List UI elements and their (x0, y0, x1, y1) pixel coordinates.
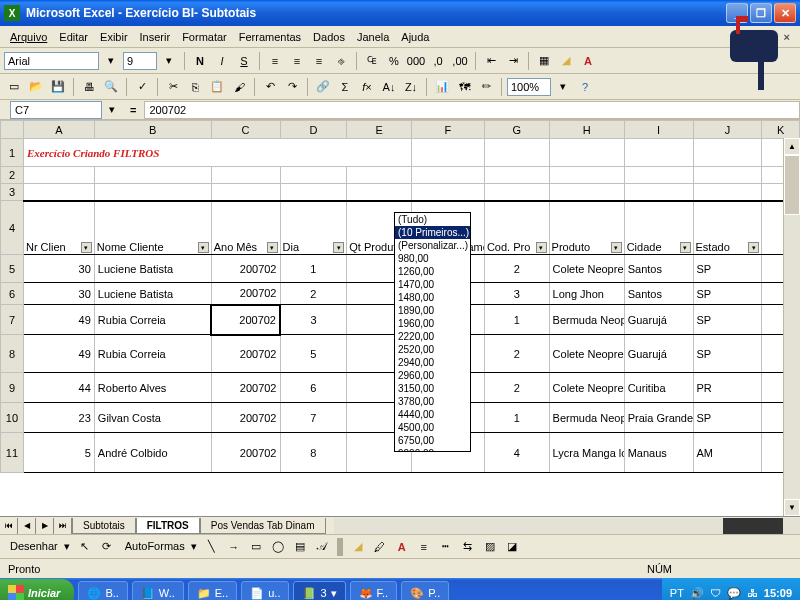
cut-button[interactable]: ✂ (163, 77, 183, 97)
filter-drop-g[interactable]: ▾ (536, 242, 547, 253)
scroll-down-icon[interactable]: ▼ (784, 499, 800, 516)
font-name-select[interactable]: Arial (4, 52, 99, 70)
scroll-thumb[interactable] (784, 155, 800, 215)
autoshapes-menu[interactable]: AutoFormas ▾ (119, 540, 200, 553)
tab-nav-next[interactable]: ▶ (36, 518, 54, 534)
rectangle-icon[interactable]: ▭ (246, 537, 266, 557)
paste-button[interactable]: 📋 (207, 77, 227, 97)
redo-button[interactable]: ↷ (282, 77, 302, 97)
draw-menu[interactable]: Desenhar ▾ (4, 540, 73, 553)
select-arrow-icon[interactable]: ↖ (75, 537, 95, 557)
filter-option[interactable]: 4440,00 (395, 408, 470, 421)
help-button[interactable]: ? (575, 77, 595, 97)
dec-indent-button[interactable]: ⇤ (481, 51, 501, 71)
filter-option[interactable]: 2960,00 (395, 369, 470, 382)
tray-icon[interactable]: 🔊 (690, 587, 704, 600)
font-color-button[interactable]: A (578, 51, 598, 71)
line-color-icon[interactable]: 🖊 (370, 537, 390, 557)
oval-icon[interactable]: ◯ (268, 537, 288, 557)
lang-indicator[interactable]: PT (670, 587, 684, 599)
dash-style-icon[interactable]: ┅ (436, 537, 456, 557)
filter-option[interactable]: 3150,00 (395, 382, 470, 395)
spreadsheet[interactable]: ABC DEFG HIJK 1 Exercício Criando FILTRO… (0, 120, 800, 516)
tab-filtros[interactable]: FILTROS (136, 518, 200, 534)
name-box[interactable]: C7 (10, 101, 102, 119)
menu-data[interactable]: Dados (307, 29, 351, 45)
filter-drop-c[interactable]: ▾ (267, 242, 278, 253)
format-painter-button[interactable]: 🖌 (229, 77, 249, 97)
copy-button[interactable]: ⎘ (185, 77, 205, 97)
inc-decimal-button[interactable]: ,0 (428, 51, 448, 71)
taskbar-item[interactable]: 📁 E.. (188, 581, 237, 600)
column-headers[interactable]: ABC DEFG HIJK (1, 121, 800, 139)
filter-option[interactable]: 1960,00 (395, 317, 470, 330)
taskbar-item[interactable]: 🦊 F.. (350, 581, 398, 600)
vertical-scrollbar[interactable]: ▲ ▼ (783, 138, 800, 516)
filter-option[interactable]: 1260,00 (395, 265, 470, 278)
merge-button[interactable]: ⎆ (331, 51, 351, 71)
menu-help[interactable]: Ajuda (395, 29, 435, 45)
fill-color-button[interactable]: ◢ (556, 51, 576, 71)
filter-option[interactable]: 2520,00 (395, 343, 470, 356)
tab-nav-first[interactable]: ⏮ (0, 518, 18, 534)
filter-option[interactable]: 6750,00 (395, 434, 470, 447)
tab-subtotais[interactable]: Subtotais (72, 518, 136, 534)
rotate-icon[interactable]: ⟳ (97, 537, 117, 557)
maximize-button[interactable]: ❐ (750, 3, 772, 23)
filter-dropdown-valor[interactable]: (Tudo)(10 Primeiros...)(Personalizar...)… (394, 212, 471, 452)
spell-button[interactable]: ✓ (132, 77, 152, 97)
arrow-icon[interactable]: → (224, 537, 244, 557)
scroll-up-icon[interactable]: ▲ (784, 138, 800, 155)
taskbar-item[interactable]: 📘 W.. (132, 581, 184, 600)
filter-drop-h[interactable]: ▾ (611, 242, 622, 253)
tab-nav-last[interactable]: ⏭ (54, 518, 72, 534)
save-button[interactable]: 💾 (48, 77, 68, 97)
fill-color-icon[interactable]: ◢ (348, 537, 368, 557)
taskbar-item[interactable]: 📄 u.. (241, 581, 289, 600)
chart-button[interactable]: 📊 (432, 77, 452, 97)
tab-posvendas[interactable]: Pos Vendas Tab Dinam (200, 518, 326, 534)
filter-option[interactable]: 3780,00 (395, 395, 470, 408)
hyperlink-button[interactable]: 🔗 (313, 77, 333, 97)
taskbar-item[interactable]: 🌐 B.. (78, 581, 127, 600)
arrow-style-icon[interactable]: ⇆ (458, 537, 478, 557)
map-button[interactable]: 🗺 (454, 77, 474, 97)
row-header[interactable]: 1 (1, 139, 24, 167)
filter-option[interactable]: 1890,00 (395, 304, 470, 317)
filter-option[interactable]: 4500,00 (395, 421, 470, 434)
tray-icon[interactable]: 🛡 (710, 587, 721, 599)
filter-drop-d[interactable]: ▾ (333, 242, 344, 253)
textbox-icon[interactable]: ▤ (290, 537, 310, 557)
taskbar-item[interactable]: 🎨 P.. (401, 581, 449, 600)
menu-format[interactable]: Formatar (176, 29, 233, 45)
undo-button[interactable]: ↶ (260, 77, 280, 97)
menu-insert[interactable]: Inserir (134, 29, 177, 45)
taskbar-item[interactable]: 📗 3 ▾ (293, 581, 345, 600)
formula-input[interactable]: 200702 (144, 101, 800, 119)
align-right-button[interactable]: ≡ (309, 51, 329, 71)
sort-asc-button[interactable]: A↓ (379, 77, 399, 97)
align-left-button[interactable]: ≡ (265, 51, 285, 71)
menu-tools[interactable]: Ferramentas (233, 29, 307, 45)
h-scroll-thumb[interactable] (723, 518, 783, 534)
align-center-button[interactable]: ≡ (287, 51, 307, 71)
bold-button[interactable]: N (190, 51, 210, 71)
system-tray[interactable]: PT 🔊 🛡 💬 🖧 15:09 (662, 578, 800, 600)
filter-drop-a[interactable]: ▾ (81, 242, 92, 253)
clock[interactable]: 15:09 (764, 587, 792, 599)
percent-button[interactable]: % (384, 51, 404, 71)
filter-drop-i[interactable]: ▾ (680, 242, 691, 253)
currency-button[interactable]: ₠ (362, 51, 382, 71)
filter-option[interactable]: 1480,00 (395, 291, 470, 304)
tab-nav-prev[interactable]: ◀ (18, 518, 36, 534)
dec-decimal-button[interactable]: ,00 (450, 51, 470, 71)
shadow-icon[interactable]: ▨ (480, 537, 500, 557)
font-color-icon[interactable]: A (392, 537, 412, 557)
open-button[interactable]: 📂 (26, 77, 46, 97)
autosum-button[interactable]: Σ (335, 77, 355, 97)
function-button[interactable]: f× (357, 77, 377, 97)
3d-icon[interactable]: ◪ (502, 537, 522, 557)
close-button[interactable]: ✕ (774, 3, 796, 23)
menu-file[interactable]: Arquivo (4, 29, 53, 45)
inc-indent-button[interactable]: ⇥ (503, 51, 523, 71)
